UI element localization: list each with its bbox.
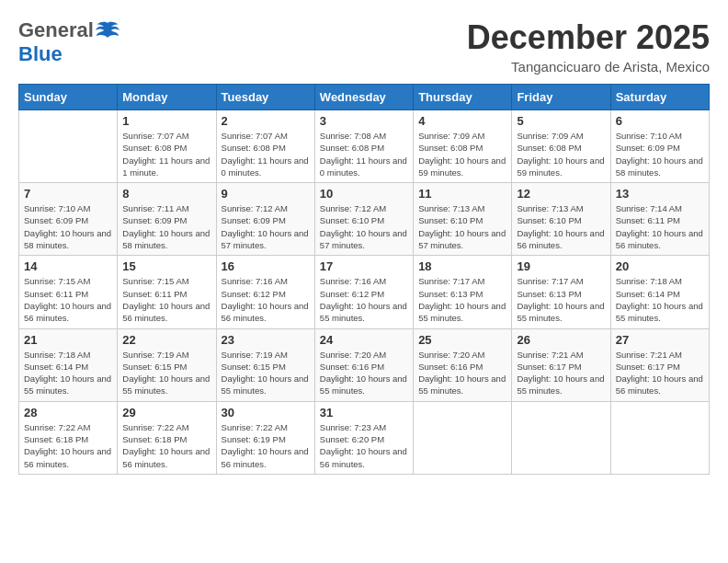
day-info: Sunrise: 7:12 AMSunset: 6:10 PMDaylight:… — [320, 202, 408, 251]
day-number: 15 — [122, 259, 210, 273]
calendar-cell: 4Sunrise: 7:09 AMSunset: 6:08 PMDaylight… — [414, 110, 512, 183]
page-header: General Blue December 2025 Tangancicuaro… — [18, 18, 710, 75]
day-number: 16 — [222, 259, 310, 273]
col-header-monday: Monday — [118, 85, 216, 110]
calendar-week-row: 1Sunrise: 7:07 AMSunset: 6:08 PMDaylight… — [19, 110, 710, 183]
day-info: Sunrise: 7:12 AMSunset: 6:09 PMDaylight:… — [222, 202, 310, 251]
day-number: 11 — [418, 187, 506, 201]
calendar-cell: 27Sunrise: 7:21 AMSunset: 6:17 PMDayligh… — [610, 328, 709, 401]
logo: General Blue — [18, 18, 121, 66]
calendar-cell: 23Sunrise: 7:19 AMSunset: 6:15 PMDayligh… — [216, 328, 314, 401]
day-number: 24 — [320, 333, 408, 347]
day-number: 29 — [122, 406, 210, 419]
day-number: 18 — [418, 259, 506, 273]
day-info: Sunrise: 7:18 AMSunset: 6:14 PMDaylight:… — [616, 275, 704, 324]
calendar-cell: 20Sunrise: 7:18 AMSunset: 6:14 PMDayligh… — [610, 256, 709, 328]
calendar-cell: 3Sunrise: 7:08 AMSunset: 6:08 PMDaylight… — [314, 110, 413, 183]
calendar-cell: 31Sunrise: 7:23 AMSunset: 6:20 PMDayligh… — [314, 401, 413, 474]
day-info: Sunrise: 7:15 AMSunset: 6:11 PMDaylight:… — [122, 275, 210, 324]
calendar-cell: 7Sunrise: 7:10 AMSunset: 6:09 PMDaylight… — [19, 183, 118, 256]
day-info: Sunrise: 7:19 AMSunset: 6:15 PMDaylight:… — [122, 349, 210, 397]
day-number: 30 — [222, 406, 310, 419]
calendar-cell: 25Sunrise: 7:20 AMSunset: 6:16 PMDayligh… — [414, 328, 512, 401]
calendar-cell: 17Sunrise: 7:16 AMSunset: 6:12 PMDayligh… — [314, 256, 413, 328]
logo-general: General — [18, 18, 94, 42]
day-info: Sunrise: 7:21 AMSunset: 6:17 PMDaylight:… — [517, 349, 605, 397]
calendar-cell: 6Sunrise: 7:10 AMSunset: 6:09 PMDaylight… — [610, 110, 709, 183]
calendar-cell: 12Sunrise: 7:13 AMSunset: 6:10 PMDayligh… — [512, 183, 610, 256]
calendar-cell: 5Sunrise: 7:09 AMSunset: 6:08 PMDaylight… — [512, 110, 610, 183]
day-number: 14 — [24, 259, 112, 273]
col-header-friday: Friday — [512, 85, 610, 110]
day-number: 28 — [24, 406, 112, 419]
calendar-cell: 13Sunrise: 7:14 AMSunset: 6:11 PMDayligh… — [610, 183, 709, 256]
day-info: Sunrise: 7:18 AMSunset: 6:14 PMDaylight:… — [24, 349, 112, 397]
calendar-cell: 24Sunrise: 7:20 AMSunset: 6:16 PMDayligh… — [314, 328, 413, 401]
day-info: Sunrise: 7:08 AMSunset: 6:08 PMDaylight:… — [320, 130, 408, 178]
calendar-week-row: 7Sunrise: 7:10 AMSunset: 6:09 PMDaylight… — [19, 183, 710, 256]
day-info: Sunrise: 7:14 AMSunset: 6:11 PMDaylight:… — [616, 202, 704, 251]
calendar-cell: 16Sunrise: 7:16 AMSunset: 6:12 PMDayligh… — [216, 256, 314, 328]
day-info: Sunrise: 7:07 AMSunset: 6:08 PMDaylight:… — [222, 130, 310, 178]
day-number: 27 — [616, 333, 704, 347]
calendar-cell — [414, 401, 512, 474]
day-number: 6 — [616, 114, 704, 128]
calendar-cell: 1Sunrise: 7:07 AMSunset: 6:08 PMDaylight… — [118, 110, 216, 183]
calendar-cell: 10Sunrise: 7:12 AMSunset: 6:10 PMDayligh… — [314, 183, 413, 256]
day-number: 5 — [517, 114, 605, 128]
day-info: Sunrise: 7:15 AMSunset: 6:11 PMDaylight:… — [24, 275, 112, 324]
logo-bird-icon — [95, 21, 120, 40]
day-number: 1 — [122, 114, 210, 128]
calendar-cell: 11Sunrise: 7:13 AMSunset: 6:10 PMDayligh… — [414, 183, 512, 256]
day-number: 21 — [24, 333, 112, 347]
day-info: Sunrise: 7:19 AMSunset: 6:15 PMDaylight:… — [222, 349, 310, 397]
day-number: 2 — [222, 114, 310, 128]
day-number: 4 — [418, 114, 506, 128]
calendar-cell — [512, 401, 610, 474]
day-number: 31 — [320, 406, 408, 419]
day-number: 23 — [222, 333, 310, 347]
day-info: Sunrise: 7:10 AMSunset: 6:09 PMDaylight:… — [24, 202, 112, 251]
day-info: Sunrise: 7:13 AMSunset: 6:10 PMDaylight:… — [517, 202, 605, 251]
calendar-cell: 9Sunrise: 7:12 AMSunset: 6:09 PMDaylight… — [216, 183, 314, 256]
calendar-week-row: 21Sunrise: 7:18 AMSunset: 6:14 PMDayligh… — [19, 328, 710, 401]
calendar-cell: 2Sunrise: 7:07 AMSunset: 6:08 PMDaylight… — [216, 110, 314, 183]
day-number: 19 — [517, 259, 605, 273]
col-header-sunday: Sunday — [19, 85, 118, 110]
calendar-table: SundayMondayTuesdayWednesdayThursdayFrid… — [18, 84, 710, 475]
calendar-cell: 18Sunrise: 7:17 AMSunset: 6:13 PMDayligh… — [414, 256, 512, 328]
calendar-week-row: 28Sunrise: 7:22 AMSunset: 6:18 PMDayligh… — [19, 401, 710, 474]
day-number: 7 — [24, 187, 112, 201]
day-number: 25 — [418, 333, 506, 347]
calendar-cell: 30Sunrise: 7:22 AMSunset: 6:19 PMDayligh… — [216, 401, 314, 474]
day-info: Sunrise: 7:10 AMSunset: 6:09 PMDaylight:… — [616, 130, 704, 178]
day-info: Sunrise: 7:20 AMSunset: 6:16 PMDaylight:… — [320, 349, 408, 397]
day-info: Sunrise: 7:09 AMSunset: 6:08 PMDaylight:… — [418, 130, 506, 178]
calendar-cell: 14Sunrise: 7:15 AMSunset: 6:11 PMDayligh… — [19, 256, 118, 328]
calendar-cell — [19, 110, 118, 183]
day-info: Sunrise: 7:11 AMSunset: 6:09 PMDaylight:… — [122, 202, 210, 251]
calendar-cell: 28Sunrise: 7:22 AMSunset: 6:18 PMDayligh… — [19, 401, 118, 474]
day-number: 10 — [320, 187, 408, 201]
calendar-cell: 19Sunrise: 7:17 AMSunset: 6:13 PMDayligh… — [512, 256, 610, 328]
day-number: 17 — [320, 259, 408, 273]
day-info: Sunrise: 7:17 AMSunset: 6:13 PMDaylight:… — [418, 275, 506, 324]
calendar-header-row: SundayMondayTuesdayWednesdayThursdayFrid… — [19, 85, 710, 110]
logo-blue: Blue — [18, 42, 63, 65]
calendar-cell — [610, 401, 709, 474]
day-info: Sunrise: 7:23 AMSunset: 6:20 PMDaylight:… — [320, 421, 408, 470]
day-info: Sunrise: 7:09 AMSunset: 6:08 PMDaylight:… — [517, 130, 605, 178]
col-header-tuesday: Tuesday — [216, 85, 314, 110]
day-info: Sunrise: 7:16 AMSunset: 6:12 PMDaylight:… — [320, 275, 408, 324]
day-info: Sunrise: 7:22 AMSunset: 6:18 PMDaylight:… — [122, 421, 210, 470]
day-number: 20 — [616, 259, 704, 273]
col-header-saturday: Saturday — [610, 85, 709, 110]
calendar-week-row: 14Sunrise: 7:15 AMSunset: 6:11 PMDayligh… — [19, 256, 710, 328]
day-info: Sunrise: 7:13 AMSunset: 6:10 PMDaylight:… — [418, 202, 506, 251]
col-header-thursday: Thursday — [414, 85, 512, 110]
day-info: Sunrise: 7:07 AMSunset: 6:08 PMDaylight:… — [122, 130, 210, 178]
calendar-cell: 22Sunrise: 7:19 AMSunset: 6:15 PMDayligh… — [118, 328, 216, 401]
calendar-cell: 21Sunrise: 7:18 AMSunset: 6:14 PMDayligh… — [19, 328, 118, 401]
day-info: Sunrise: 7:22 AMSunset: 6:19 PMDaylight:… — [222, 421, 310, 470]
calendar-cell: 8Sunrise: 7:11 AMSunset: 6:09 PMDaylight… — [118, 183, 216, 256]
